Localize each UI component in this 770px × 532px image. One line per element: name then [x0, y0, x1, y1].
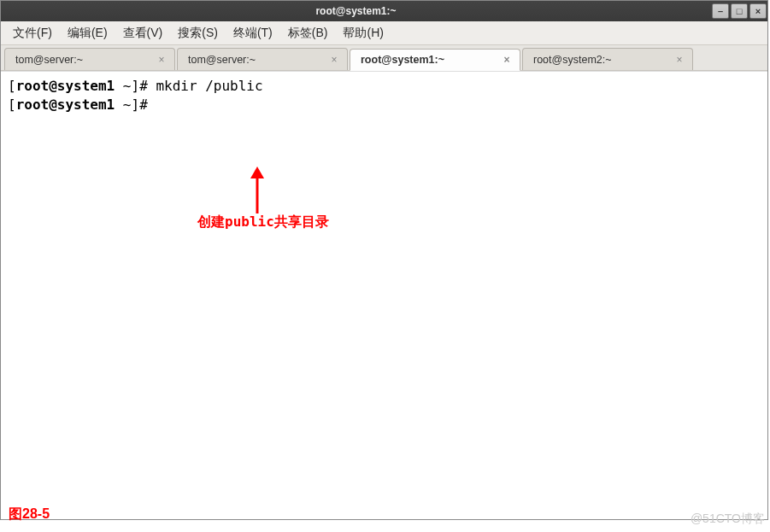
menu-search[interactable]: 搜索(S) — [173, 23, 223, 44]
tab-root-system2[interactable]: root@system2:~ × — [522, 48, 693, 70]
window-title: root@system1:~ — [1, 5, 711, 17]
annotation-text: 创建public共享目录 — [197, 213, 329, 231]
close-icon[interactable]: × — [673, 54, 685, 66]
menu-help[interactable]: 帮助(H) — [338, 23, 388, 44]
tab-tom-server-2[interactable]: tom@server:~ × — [177, 48, 348, 70]
tab-label: root@system2:~ — [533, 54, 673, 66]
close-icon[interactable]: × — [328, 54, 340, 66]
menu-edit[interactable]: 编辑(E) — [62, 23, 113, 44]
terminal-line: [root@system1 ~]# mkdir /public — [8, 77, 761, 96]
menu-terminal[interactable]: 终端(T) — [228, 23, 278, 44]
close-button[interactable]: × — [749, 3, 767, 19]
tab-label: root@system1:~ — [361, 54, 501, 66]
tab-label: tom@server:~ — [15, 54, 156, 66]
menu-view[interactable]: 查看(V) — [118, 23, 168, 44]
figure-caption: 图28-5 — [9, 506, 50, 523]
tab-root-system1[interactable]: root@system1:~ × — [350, 49, 520, 71]
terminal-window: root@system1:~ – □ × 文件(F) 编辑(E) 查看(V) 搜… — [0, 0, 768, 520]
tab-bar: tom@server:~ × tom@server:~ × root@syste… — [1, 45, 767, 71]
minimize-button[interactable]: – — [712, 3, 729, 19]
terminal-output[interactable]: [root@system1 ~]# mkdir /public [root@sy… — [1, 71, 767, 519]
menu-tabs[interactable]: 标签(B) — [283, 23, 333, 44]
menubar: 文件(F) 编辑(E) 查看(V) 搜索(S) 终端(T) 标签(B) 帮助(H… — [1, 21, 767, 45]
close-icon[interactable]: × — [501, 54, 513, 66]
close-icon[interactable]: × — [156, 54, 168, 66]
tab-label: tom@server:~ — [188, 54, 328, 66]
tab-tom-server-1[interactable]: tom@server:~ × — [4, 48, 175, 70]
window-controls: – □ × — [711, 3, 767, 19]
svg-marker-1 — [250, 167, 264, 178]
terminal-line: [root@system1 ~]# — [8, 96, 761, 114]
titlebar: root@system1:~ – □ × — [1, 1, 767, 21]
annotation-arrow-icon — [245, 167, 279, 218]
menu-file[interactable]: 文件(F) — [8, 23, 57, 44]
maximize-button[interactable]: □ — [731, 3, 748, 19]
